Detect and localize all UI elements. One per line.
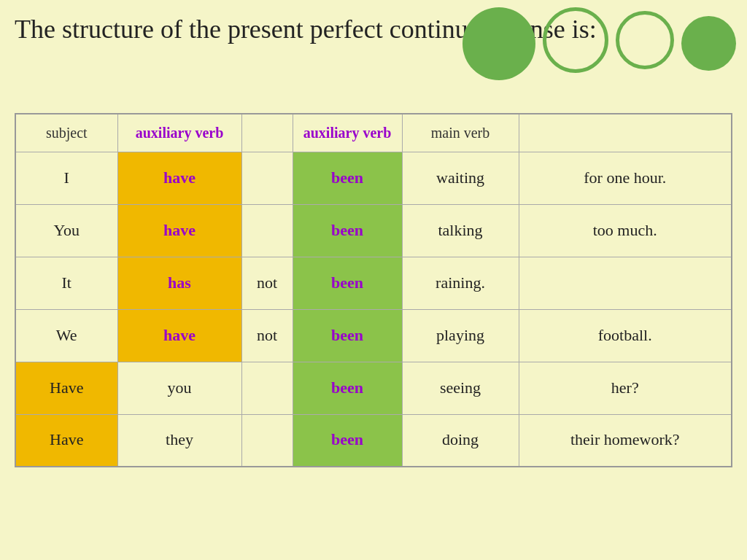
cell-main: talking bbox=[402, 204, 519, 257]
cell-main: seeing bbox=[402, 362, 519, 414]
table-row: Ithasnotbeenraining. bbox=[15, 257, 732, 309]
cell-aux2: been bbox=[293, 362, 402, 414]
table-row: Wehavenotbeenplayingfootball. bbox=[15, 309, 732, 362]
circle-1 bbox=[462, 7, 535, 80]
cell-extra: football. bbox=[519, 309, 732, 362]
grammar-table: subject auxiliary verb auxiliary verb ma… bbox=[15, 113, 732, 467]
cell-main: waiting bbox=[402, 152, 519, 204]
cell-neg bbox=[241, 362, 293, 414]
cell-subject: Have bbox=[15, 362, 117, 414]
cell-aux2: been bbox=[293, 204, 402, 257]
cell-aux1: you bbox=[117, 362, 241, 414]
cell-extra: their homework? bbox=[519, 414, 732, 467]
cell-neg bbox=[241, 204, 293, 257]
table-row: Youhavebeentalkingtoo much. bbox=[15, 204, 732, 257]
cell-aux1: have bbox=[117, 204, 241, 257]
header-main: main verb bbox=[402, 114, 519, 152]
header-area: The structure of the present perfect con… bbox=[0, 0, 747, 113]
cell-extra: her? bbox=[519, 362, 732, 414]
circle-2 bbox=[543, 7, 608, 73]
header-subject: subject bbox=[15, 114, 117, 152]
cell-main: playing bbox=[402, 309, 519, 362]
header-aux2: auxiliary verb bbox=[293, 114, 402, 152]
table-header-row: subject auxiliary verb auxiliary verb ma… bbox=[15, 114, 732, 152]
circle-3 bbox=[616, 11, 674, 69]
header-extra bbox=[519, 114, 732, 152]
table-row: Ihavebeenwaitingfor one hour. bbox=[15, 152, 732, 204]
cell-neg bbox=[241, 152, 293, 204]
cell-aux2: been bbox=[293, 414, 402, 467]
cell-main: doing bbox=[402, 414, 519, 467]
cell-subject: It bbox=[15, 257, 117, 309]
circle-4 bbox=[681, 16, 736, 71]
cell-subject: Have bbox=[15, 414, 117, 467]
cell-aux2: been bbox=[293, 152, 402, 204]
cell-main: raining. bbox=[402, 257, 519, 309]
table-body: Ihavebeenwaitingfor one hour.Youhavebeen… bbox=[15, 152, 732, 467]
cell-aux1: have bbox=[117, 152, 241, 204]
cell-subject: We bbox=[15, 309, 117, 362]
cell-extra: for one hour. bbox=[519, 152, 732, 204]
table-row: Havetheybeendoingtheir homework? bbox=[15, 414, 732, 467]
cell-extra bbox=[519, 257, 732, 309]
header-aux1: auxiliary verb bbox=[117, 114, 241, 152]
table-row: Haveyoubeenseeingher? bbox=[15, 362, 732, 414]
decorative-circles bbox=[462, 7, 736, 80]
cell-subject: I bbox=[15, 152, 117, 204]
header-neg bbox=[241, 114, 293, 152]
cell-neg: not bbox=[241, 257, 293, 309]
cell-extra: too much. bbox=[519, 204, 732, 257]
cell-subject: You bbox=[15, 204, 117, 257]
cell-aux1: they bbox=[117, 414, 241, 467]
table-container: subject auxiliary verb auxiliary verb ma… bbox=[0, 113, 747, 475]
cell-neg: not bbox=[241, 309, 293, 362]
cell-aux2: been bbox=[293, 309, 402, 362]
cell-neg bbox=[241, 414, 293, 467]
cell-aux2: been bbox=[293, 257, 402, 309]
cell-aux1: has bbox=[117, 257, 241, 309]
cell-aux1: have bbox=[117, 309, 241, 362]
